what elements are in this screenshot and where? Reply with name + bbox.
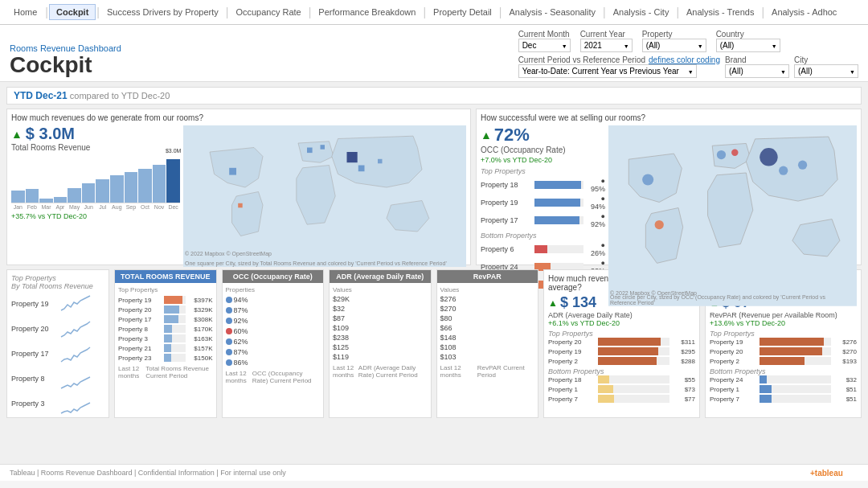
adr-metric-box: ADR (Average Daily Rate) Values $29K $32…	[329, 269, 432, 418]
svg-rect-5	[358, 166, 365, 172]
nav-item-adhoc[interactable]: Analysis - Adhoc	[765, 5, 843, 19]
sparkline-prop-5: Property 3	[11, 392, 104, 415]
nav-item-city[interactable]: Analysis - City	[607, 5, 676, 19]
revpar-val-3: $80	[440, 314, 535, 322]
nav-item-success[interactable]: Success Drivers by Property	[100, 5, 225, 19]
nav-item-seasonality[interactable]: Analysis - Seasonality	[502, 5, 602, 19]
revpar-top-1: Property 19 $276	[710, 338, 857, 346]
revpar-val-5: $148	[440, 334, 535, 342]
adr-val-5: $238	[333, 334, 428, 342]
current-year-select[interactable]: 2021	[580, 39, 633, 52]
svg-rect-1	[229, 168, 236, 175]
sparkline-prop-2: Property 20	[11, 318, 104, 340]
revpar-top-2: Property 20 $270	[710, 347, 857, 355]
occ-top-prop-2: Property 19 ● 94%	[481, 195, 605, 211]
svg-rect-2	[307, 148, 313, 154]
occ-bottom-label: Bottom Propertys	[481, 232, 605, 240]
occ-map: © 2022 Mapbox © OpenStreetMap One circle…	[608, 125, 857, 307]
revenue-section-title: How much revenues do we generate from ou…	[11, 113, 466, 122]
city-filter: City (All) ▼	[794, 55, 858, 78]
nav-item-cockpit[interactable]: Cockpit	[49, 4, 96, 20]
trr-prop-2: Property 20 $329K	[118, 306, 213, 314]
occ-row-2: 87%	[226, 306, 321, 314]
trr-prop-6: Property 21 $157K	[118, 344, 213, 352]
occ-top-prop-1: Property 18 ● 95%	[481, 177, 605, 193]
property-select[interactable]: (All)	[642, 39, 706, 52]
brand-filter: Brand (All) ▼	[725, 55, 789, 78]
adr-bot-3: Property 7 $77	[548, 395, 695, 403]
svg-point-9	[642, 174, 653, 185]
occ-panel: How successful were we at selling our ro…	[476, 109, 862, 265]
adr-bot-2: Property 1 $73	[548, 385, 695, 393]
occ-pct: 72%	[494, 125, 530, 146]
revpar-val-6: $108	[440, 343, 535, 351]
country-select[interactable]: (All)	[716, 39, 780, 52]
city-select[interactable]: (All)	[794, 64, 858, 78]
trr-prop-4: Property 8 $170K	[118, 325, 213, 333]
occ-label: OCC (Occupancy Rate)	[481, 146, 605, 154]
header-filters: Current Month Dec ▼ Current Year 2021 ▼	[518, 30, 858, 78]
nav-item-performance[interactable]: Performance Breakdown	[312, 5, 422, 19]
occ-change: +7.0% vs YTD Dec-20	[481, 156, 605, 164]
adr-bot-1: Property 18 $55	[548, 375, 695, 383]
period-select[interactable]: Year-to-Date: Current Year vs Previous Y…	[518, 64, 697, 78]
country-filter: Country (All) ▼	[716, 30, 780, 52]
defines-color-coding[interactable]: defines color coding	[649, 55, 720, 64]
trr-prop-1: Property 19 $397K	[118, 296, 213, 304]
adr-val-6: $125	[333, 343, 428, 351]
svg-point-12	[760, 148, 777, 166]
footer: Tableau | Rooms Revenue Dashboard | Conf…	[0, 464, 868, 481]
adr-val-7: $119	[333, 353, 428, 361]
adr-metric-title: ADR (Average Daily Rate)	[330, 270, 431, 283]
header: Rooms Revenue Dashboard Cockpit Current …	[0, 25, 868, 82]
trr-prop-5: Property 3 $163K	[118, 334, 213, 342]
occ-row-5: 62%	[226, 338, 321, 346]
nav-item-trends[interactable]: Analysis - Trends	[680, 5, 760, 19]
occ-row-6: 87%	[226, 348, 321, 356]
revpar-bot-1: Property 24 $32	[710, 375, 857, 383]
main-content: YTD Dec-21 compared to YTD Dec-20 How mu…	[0, 82, 868, 464]
ytd-compared: compared to YTD Dec-20	[70, 91, 170, 100]
current-year-label: Current Year	[580, 30, 633, 39]
occ-section-title: How successful were we at selling our ro…	[481, 113, 857, 122]
revpar-val-4: $66	[440, 324, 535, 332]
tableau-logo: +tableau	[810, 467, 858, 478]
world-map-svg	[183, 125, 466, 268]
country-label: Country	[716, 30, 780, 39]
occ-row-4: 60%	[226, 327, 321, 335]
occ-map-note: One circle per City, sized by OCC (Occup…	[610, 294, 846, 306]
revpar-val-7: $103	[440, 353, 535, 361]
property-label: Property	[642, 30, 706, 39]
current-month-select[interactable]: Dec	[518, 39, 571, 52]
period-filter: Current Period vs Reference Period defin…	[518, 55, 720, 78]
property-filter: Property (All) ▼	[642, 30, 706, 52]
adr-val-2: $32	[333, 305, 428, 313]
adr-top-3: Property 2 $288	[548, 357, 695, 365]
revpar-bot-3: Property 7 $51	[710, 395, 857, 403]
svg-rect-4	[347, 152, 358, 162]
occ-metric-box: OCC (Occupancy Rate) Properties 94% 87% …	[222, 269, 325, 418]
total-rooms-title: TOTAL ROOMS REVENUE	[115, 270, 216, 283]
revenue-panel: How much revenues do we generate from ou…	[6, 109, 471, 265]
nav-item-home[interactable]: Home	[6, 4, 44, 20]
adr-val-1: $29K	[333, 295, 428, 303]
revenue-arrow-icon: ▲	[11, 128, 23, 141]
svg-rect-3	[321, 145, 326, 150]
sparklines-panel: Top Propertys By Total Rooms Revenue Pro…	[6, 269, 109, 418]
brand-label: Brand	[725, 55, 789, 64]
occ-bottom-prop-1: Property 6 ● 26%	[481, 241, 605, 257]
sparkline-prop-4: Property 8	[11, 367, 104, 390]
adr-change: +6.1% vs YTD Dec-20	[548, 319, 695, 327]
nav-item-occupancy[interactable]: Occupancy Rate	[229, 5, 307, 19]
adr-metric-label: ADR (Average Daily Rate)	[548, 311, 695, 319]
current-year-filter: Current Year 2021 ▼	[580, 30, 633, 52]
revpar-metric-title: RevPAR	[437, 270, 538, 283]
brand-select[interactable]: (All)	[725, 64, 789, 78]
revpar-val-1: $276	[440, 295, 535, 303]
revenue-label: Total Rooms Revenue	[11, 143, 180, 152]
revenue-map: © 2022 Mapbox © OpenStreetMap One square…	[183, 125, 466, 268]
svg-point-15	[655, 220, 664, 229]
current-month-label: Current Month	[518, 30, 571, 39]
nav-item-detail[interactable]: Property Detail	[427, 5, 498, 19]
sparkline-prop-3: Property 17	[11, 342, 104, 365]
